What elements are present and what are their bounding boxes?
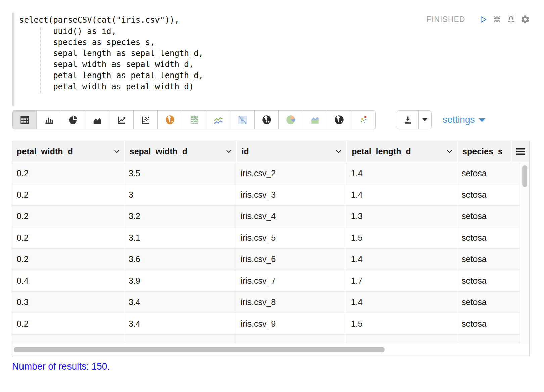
column-header-species_s[interactable]: species_s — [458, 141, 511, 162]
bubble-matrix-icon — [189, 114, 199, 125]
cell: iris.csv_4 — [236, 206, 346, 227]
chevron-down-icon[interactable] — [226, 150, 232, 153]
multi-line-chart-icon — [213, 114, 224, 125]
table-row: 0.2 3.1 iris.csv_5 1.5 setosa — [12, 227, 529, 249]
download-button[interactable] — [397, 111, 418, 129]
viz-pie-chart-button[interactable] — [61, 111, 85, 129]
column-header-sepal_width_d[interactable]: sepal_width_d — [125, 141, 236, 162]
viz-scatter-colored-button[interactable] — [351, 111, 375, 129]
cell: 1.5 — [346, 313, 457, 335]
column-header-id[interactable]: id — [237, 141, 346, 162]
bar-chart-icon — [44, 115, 54, 125]
chevron-down-icon[interactable] — [114, 150, 120, 153]
viz-bar-chart-button[interactable] — [37, 111, 61, 129]
run-button[interactable] — [478, 14, 488, 24]
cell: iris.csv_5 — [236, 227, 346, 249]
cell: 3 — [124, 184, 236, 206]
table-menu-button[interactable] — [512, 141, 529, 162]
settings-link[interactable]: settings — [443, 114, 485, 125]
cell: iris.csv_6 — [236, 249, 346, 270]
settings-label: settings — [443, 114, 475, 125]
paragraph-settings-button[interactable] — [520, 14, 530, 24]
table-row: 0.2 3 iris.csv_3 1.4 setosa — [12, 184, 529, 206]
viz-heatmap-button[interactable] — [230, 111, 255, 129]
settings-caret-icon — [479, 118, 485, 122]
viz-map-dark-2-button[interactable] — [327, 111, 351, 129]
viz-map-orange-button[interactable] — [158, 111, 182, 129]
scatter-chart-icon — [141, 115, 151, 125]
table-row: 0.2 3.5 iris.csv_2 1.4 setosa — [12, 163, 529, 184]
play-icon — [479, 15, 488, 24]
cell: setosa — [457, 249, 520, 270]
column-label: species_s — [462, 147, 503, 156]
column-header-petal_width_d[interactable]: petal_width_d — [12, 141, 124, 162]
cell: 1.4 — [346, 163, 457, 184]
viz-multi-line-button[interactable] — [206, 111, 230, 129]
cell: 3.4 — [124, 313, 236, 335]
cell: 0.4 — [12, 270, 124, 292]
cell: iris.csv_3 — [236, 184, 346, 206]
viz-scatter-chart-button[interactable] — [134, 111, 158, 129]
vertical-scrollbar-thumb[interactable] — [522, 165, 527, 187]
line-chart-icon — [117, 115, 127, 125]
viz-button-group — [12, 110, 376, 129]
cell: setosa — [457, 206, 520, 227]
caret-down-icon — [422, 118, 427, 121]
cell: 3.2 — [124, 206, 236, 227]
viz-area-colored-button[interactable] — [303, 111, 327, 129]
cell: 3.1 — [124, 227, 236, 249]
code-line: species as species_s, — [19, 37, 395, 48]
viz-toolbar: settings — [12, 110, 485, 129]
code-line: sepal_width as sepal_width_d, — [19, 59, 395, 70]
area-colored-icon — [310, 114, 320, 125]
viz-bubble-matrix-button[interactable] — [182, 111, 206, 129]
area-chart-icon — [92, 115, 102, 125]
cell: 0.2 — [12, 184, 124, 206]
code-line: sepal_length as sepal_length_d, — [19, 48, 395, 59]
column-label: petal_length_d — [352, 147, 411, 156]
heatmap-grid-icon — [237, 114, 248, 125]
show-editor-button[interactable] — [506, 14, 516, 24]
horizontal-scrollbar-track — [12, 343, 529, 356]
cell — [236, 335, 346, 343]
code-editor[interactable]: select(parseCSV(cat("iris.csv")), uuid()… — [12, 13, 395, 106]
hamburger-icon — [516, 148, 525, 155]
results-table: petal_width_d sepal_width_d id petal_len… — [12, 141, 530, 356]
horizontal-scrollbar-thumb[interactable] — [14, 347, 385, 352]
viz-table-button[interactable] — [13, 111, 37, 129]
notebook-paragraph: select(parseCSV(cat("iris.csv")), uuid()… — [0, 0, 544, 392]
cell: 1.5 — [346, 227, 457, 249]
cell: 3.6 — [124, 249, 236, 270]
cell: 0.2 — [12, 163, 124, 184]
cell: 0.2 — [12, 313, 124, 335]
chevron-down-icon[interactable] — [336, 150, 342, 153]
cell: setosa — [457, 163, 520, 184]
table-icon — [20, 115, 30, 125]
viz-line-chart-button[interactable] — [109, 111, 134, 129]
cell: setosa — [457, 292, 520, 313]
scatter-colored-icon — [358, 114, 369, 125]
viz-map-dark-button[interactable] — [255, 111, 279, 129]
chevron-down-icon[interactable] — [447, 150, 452, 153]
globe-dark-icon — [334, 114, 345, 125]
cell: 3.4 — [124, 292, 236, 313]
collapse-button[interactable] — [492, 14, 502, 24]
cell: 1.3 — [346, 206, 457, 227]
indent-guide — [40, 27, 41, 93]
column-label: sepal_width_d — [130, 147, 187, 156]
cell: 0.2 — [12, 249, 124, 270]
code-line: select(parseCSV(cat("iris.csv")), — [19, 15, 395, 26]
cell — [124, 335, 236, 343]
table-row: 0.4 3.9 iris.csv_7 1.7 setosa — [12, 270, 529, 292]
cell — [12, 335, 124, 343]
table-row-partial — [12, 335, 529, 343]
download-options-button[interactable] — [418, 111, 431, 129]
cell: 3.9 — [124, 270, 236, 292]
cell: iris.csv_9 — [236, 313, 346, 335]
column-header-petal_length_d[interactable]: petal_length_d — [347, 141, 457, 162]
cell: 1.4 — [346, 292, 457, 313]
cell: setosa — [457, 184, 520, 206]
viz-area-chart-button[interactable] — [85, 111, 109, 129]
viz-pie-colored-button[interactable] — [279, 111, 303, 129]
cell: 1.4 — [346, 184, 457, 206]
